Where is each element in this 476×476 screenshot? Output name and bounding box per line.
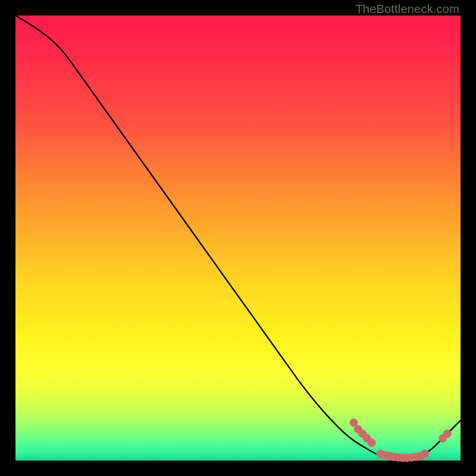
marker-dot	[443, 430, 452, 438]
watermark-text: TheBottleneck.com	[355, 2, 459, 16]
marker-dot	[367, 439, 375, 447]
chart-svg	[15, 15, 461, 461]
marker-dots	[350, 418, 452, 462]
curve-line	[15, 15, 461, 458]
plot-area	[15, 15, 461, 461]
marker-dot	[421, 450, 429, 458]
chart-frame: TheBottleneck.com	[0, 0, 476, 476]
